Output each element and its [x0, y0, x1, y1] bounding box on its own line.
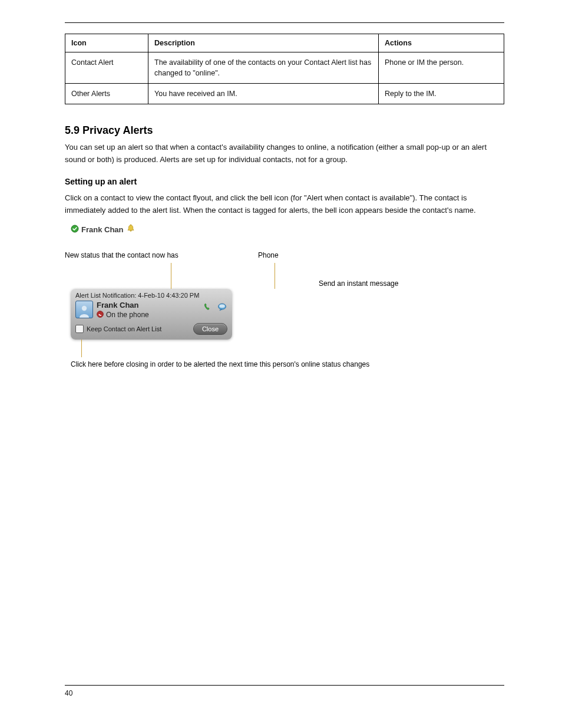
callout-below-label: Click here before closing in order to be… — [71, 360, 377, 369]
avatar — [75, 301, 93, 318]
callout-c: Send an instant message — [319, 279, 495, 288]
table-header-desc: Description — [148, 34, 379, 52]
callout-row-top: New status that the contact now has Phon… — [65, 251, 504, 288]
keep-contact-checkbox[interactable]: Keep Contact on Alert List — [75, 325, 161, 333]
status-on-phone-icon — [97, 311, 104, 319]
setup-body: Click on a contact to view the contact f… — [65, 192, 504, 217]
contact-inline: Frank Chan — [71, 224, 135, 235]
svg-point-3 — [97, 311, 104, 317]
presence-online-icon — [71, 225, 79, 235]
page-footer: 40 — [65, 685, 504, 697]
table-header-actions: Actions — [379, 34, 504, 52]
cell-actions: Reply to the IM. — [379, 84, 504, 104]
svg-point-0 — [71, 225, 78, 232]
callout-a-label: New status that the contact now has — [65, 251, 247, 260]
notification-status-text: On the phone — [106, 311, 149, 319]
callout-b: Phone — [258, 251, 308, 288]
section-heading: 5.9 Privacy Alerts — [65, 124, 504, 137]
header-rule — [65, 22, 504, 23]
page-number: 40 — [65, 689, 72, 697]
keep-contact-label: Keep Contact on Alert List — [87, 325, 161, 332]
contact-inline-name: Frank Chan — [81, 225, 124, 234]
notification-contact-name: Frank Chan — [97, 301, 199, 310]
notification-status: On the phone — [97, 311, 199, 319]
callout-below: Click here before closing in order to be… — [71, 340, 504, 369]
cell-desc: The availability of one of the contacts … — [148, 52, 379, 84]
setup-heading: Setting up an alert — [65, 177, 504, 186]
cell-icon: Contact Alert — [65, 52, 148, 84]
svg-point-2 — [82, 305, 87, 310]
callout-a: New status that the contact now has — [65, 251, 247, 288]
svg-point-1 — [130, 225, 131, 226]
im-icon[interactable] — [217, 302, 227, 315]
table-row: Other Alerts You have received an IM. Re… — [65, 84, 504, 104]
alerts-table: Icon Description Actions Contact Alert T… — [65, 34, 504, 104]
cell-desc: You have received an IM. — [148, 84, 379, 104]
callout-c-label: Send an instant message — [319, 279, 495, 288]
bell-icon — [126, 224, 135, 235]
notification-title: Alert List Notification: 4-Feb-10 4:43:2… — [75, 292, 227, 299]
close-button[interactable]: Close — [193, 323, 227, 335]
alert-notification: Alert List Notification: 4-Feb-10 4:43:2… — [71, 289, 232, 340]
cell-actions: Phone or IM the person. — [379, 52, 504, 84]
callout-b-label: Phone — [258, 251, 308, 260]
svg-point-5 — [219, 304, 225, 308]
cell-icon: Other Alerts — [65, 84, 148, 104]
phone-icon[interactable] — [203, 302, 213, 315]
checkbox-icon[interactable] — [75, 325, 84, 333]
section-intro: You can set up an alert so that when a c… — [65, 141, 504, 166]
table-row: Contact Alert The availability of one of… — [65, 52, 504, 84]
table-header-icon: Icon — [65, 34, 148, 52]
